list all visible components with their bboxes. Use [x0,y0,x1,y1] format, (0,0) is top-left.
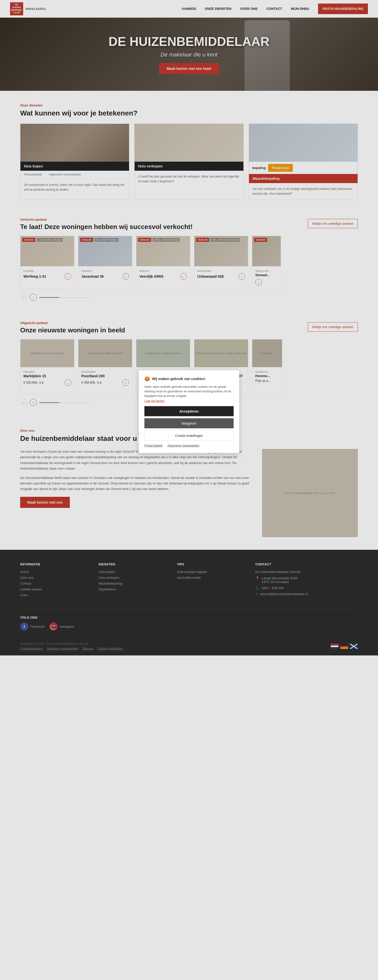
footer-link-home[interactable]: Home [20,570,89,574]
hero-content: DE HUIZENBEMIDDELAAR De makelaar die u k… [109,34,270,74]
about-image-alt: De huizenbemiddelaar staat voor u klaar! [282,489,338,497]
carousel-next-button[interactable]: › [30,294,37,301]
cookie-laat-link[interactable]: Laat mij kiezen [145,399,233,403]
prop-3-badge: Verkocht [138,238,151,242]
property-card-3: Verkocht 43WS, 1531MS Wormer Wormer Veer… [136,236,190,289]
footer-link-huis-kopen[interactable]: Huis kopen [98,570,167,574]
about-cta-button[interactable]: Maak kennis met ons [20,497,70,508]
property-card-5: Verkocht Velsen-No... Stuwad... › [252,236,281,289]
prop-5-arrow[interactable]: › [255,279,262,285]
footer-col-diensten: DIENSTEN Huis kopen Huis verkopen Waarde… [98,562,167,599]
footer: INFORMATIE Home Over ons Contact Laatste… [0,550,378,655]
prop-4-arrow[interactable]: › [238,273,245,280]
about-text-block: Uw huis verkopen of juist op zoek naar e… [20,449,252,537]
uitg-card-5: Hummelweg... Santpoort... Homme... Prijs… [252,339,282,394]
footer-link-contact[interactable]: Contact [20,582,89,585]
uitg-1-city: IJmuiden [24,370,71,373]
email-icon: ✉ [255,592,258,596]
footer-algemene-voorwaarden-link[interactable]: Algemene voorwaarden [46,647,78,651]
instagram-btn[interactable]: 📷 Instagram [50,622,74,630]
prop-4-image: Verkocht 62E, 1076CW Amsterdam [194,236,248,266]
uitg-carousel-next-button[interactable]: › [30,399,37,406]
verkocht-aanbod-button[interactable]: Bekijk ons volledige aanbod [308,219,358,228]
nav-aanbod[interactable]: AANBOD [182,7,196,11]
footer-link-huis-verkopen[interactable]: Huis verkopen [98,576,167,579]
uitg-carousel-progress [39,402,59,403]
carousel-prev-button[interactable]: ‹ [20,294,27,301]
uitg-2-bottom: € 359.000,- k.k. › [81,379,129,386]
prop-5-row: Stuwad... [255,273,278,277]
footer-link-waardebepaling[interactable]: Waardebepaling [98,582,167,585]
cookie-title: Wij maken gebruik van cookies! [152,377,205,381]
facebook-label: Facebook [30,625,44,628]
tab-privacybeleid[interactable]: Privacybeleid [21,171,45,179]
facebook-btn[interactable]: f Facebook [20,622,44,630]
prop-5-info: Velsen-No... Stuwad... › [252,266,281,288]
uitg-2-street: Poortland 200 [81,374,129,378]
footer-diensten-title: DIENSTEN [98,562,167,566]
footer-link-hypotheken[interactable]: Hypotheken [98,587,167,591]
uitg-carousel-prev-button[interactable]: ‹ [20,399,27,406]
footer-bottom-links: Cookieverklaring Algemene voorwaarden Si… [20,647,123,651]
flag-de [340,644,348,649]
logo[interactable]: DE HUIZEN BEMIDDE- LAAR MAKELAARDIJ [10,2,46,15]
prop-5-image: Verkocht [252,236,281,266]
footer-sitemap-link[interactable]: Sitemap [82,647,93,651]
prop-4-addr-small: 62E, 1076CW Amsterdam [211,238,240,242]
uitg-1-arrow[interactable]: › [65,379,71,386]
location-icon: 📍 [255,576,260,580]
nav-diensten[interactable]: ONZE DIENSTEN [205,7,231,11]
cookie-voorwaarden-link[interactable]: Algemene voorwaarden [167,444,199,447]
tab-algemene-voorwaarden[interactable]: Algemene voorwaarden [45,171,84,179]
footer-cookieverklaring-link[interactable]: Cookieverklaring [20,647,43,651]
uitg-3-image: Poortland 232, 1046BD Amsterdam [137,339,190,367]
service-card-verkopen-header: Huis verkopen [135,162,243,171]
nav-over-ons[interactable]: OVER ONS [240,7,257,11]
footer-cookie-instellingen-link[interactable]: Cookie-instellingen [97,647,122,651]
uitg-5-image: Hummelweg... [252,339,282,367]
verkocht-carousel-controls: ‹ › [20,294,358,301]
diensten-cards: Huis kopen Privacybeleid Algemene voorwa… [20,124,358,200]
cookie-settings-button[interactable]: Cookie-instellingen [145,431,233,441]
footer-contact-email[interactable]: ijmond@dehuizenbemiddelaar.nl [260,592,308,596]
footer-link-links[interactable]: Links [20,593,89,597]
uitg-card-1: Marktplein 15, 1972GA IJmuiden IJmuiden … [20,339,74,394]
uitg-2-arrow[interactable]: › [122,379,129,386]
prop-1-addr-small: 1-31, 8243PG Lelystad [37,238,62,242]
gratis-waardebepaling-button[interactable]: GRATIS WAARDEBEPALING [318,3,368,14]
service-card-verkopen-desc: U heeft het plan gemaakt uw huis te verk… [135,171,243,188]
prop-2-arrow[interactable]: › [122,273,129,280]
about-grid: Uw huis verkopen of juist op zoek naar e… [20,449,358,537]
footer-contact-title: CONTACT [255,562,358,566]
uitgelicht-aanbod-button[interactable]: Bekijk ons volledige aanbod [308,322,358,332]
prop-3-street: Veerdijk 43WS [139,274,164,278]
instagram-label: Instagram [60,625,74,628]
nav-contact[interactable]: CONTACT [266,7,282,11]
uitg-2-image: Poortland 200, 1046BD Amsterdam [78,339,132,367]
service-card-kopen: Huis kopen Privacybeleid Algemene voorwa… [20,124,129,200]
footer-contact-phone[interactable]: 0251 - 838 264 [262,586,284,590]
prop-3-info: Wormer Veerdijk 43WS › [137,266,190,283]
cookie-reject-button[interactable]: Weigeren [145,418,233,428]
flag-nl [330,644,339,649]
about-image: De huizenbemiddelaar staat voor u klaar! [262,449,358,537]
footer-link-nieuws[interactable]: Laatste nieuws [20,587,89,591]
uitg-1-street: Marktplein 15 [24,374,71,378]
nav-mijn[interactable]: MIJN DHBU [291,7,309,11]
cookie-accept-button[interactable]: Accepteren [145,406,233,416]
prop-3-arrow[interactable]: › [180,273,187,280]
plaats-bod-button[interactable]: Plaats bod [268,164,293,172]
prop-1-arrow[interactable]: › [65,273,71,280]
footer-link-energie[interactable]: Snel energie regelen [177,570,245,574]
footer-informatie-title: INFORMATIE [20,562,89,566]
prop-1-street: Werfweg 1-31 [24,274,46,278]
carousel-track [39,297,90,298]
footer-link-over-ons[interactable]: Over ons [20,576,89,579]
hero-cta-button[interactable]: Maak kennis met ons team [159,63,219,74]
service-card-kopen-tabs: Privacybeleid Algemene voorwaarden [21,171,129,179]
uitg-5-price: Prijs op a... [255,379,279,383]
footer-social-row: f Facebook 📷 Instagram [20,622,358,630]
cookie-privacy-link[interactable]: Privacybeleid [145,444,162,447]
hero-subtitle: De makelaar die u kent [109,51,270,58]
footer-link-inschrijf[interactable]: Inschrijfformulier [177,576,245,579]
